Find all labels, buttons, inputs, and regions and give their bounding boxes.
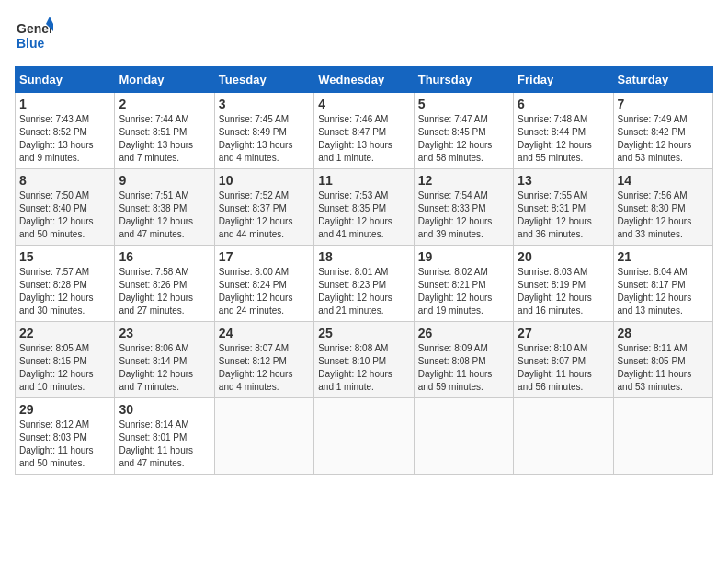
header-wednesday: Wednesday	[314, 67, 414, 93]
day-number: 20	[518, 249, 609, 264]
header-saturday: Saturday	[613, 67, 712, 93]
calendar-cell: 5Sunrise: 7:47 AMSunset: 8:45 PMDaylight…	[414, 93, 513, 169]
day-number: 30	[119, 402, 210, 417]
day-number: 13	[518, 173, 609, 188]
day-info: Sunrise: 8:03 AMSunset: 8:19 PMDaylight:…	[518, 266, 609, 317]
day-number: 14	[618, 173, 709, 188]
day-info: Sunrise: 7:48 AMSunset: 8:44 PMDaylight:…	[518, 113, 609, 165]
calendar-cell: 19Sunrise: 8:02 AMSunset: 8:21 PMDayligh…	[414, 246, 513, 322]
svg-text:Blue: Blue	[17, 36, 45, 51]
day-number: 2	[119, 97, 210, 111]
calendar-cell: 9Sunrise: 7:51 AMSunset: 8:38 PMDaylight…	[115, 169, 214, 246]
day-info: Sunrise: 7:53 AMSunset: 8:35 PMDaylight:…	[318, 190, 409, 241]
calendar-cell: 22Sunrise: 8:05 AMSunset: 8:15 PMDayligh…	[16, 322, 115, 398]
day-info: Sunrise: 7:51 AMSunset: 8:38 PMDaylight:…	[119, 190, 210, 241]
day-number: 17	[219, 249, 310, 264]
day-number: 26	[418, 326, 509, 340]
day-number: 9	[119, 173, 210, 188]
day-info: Sunrise: 8:04 AMSunset: 8:17 PMDaylight:…	[618, 266, 709, 317]
calendar-table: SundayMondayTuesdayWednesdayThursdayFrid…	[15, 66, 713, 475]
calendar-cell: 16Sunrise: 7:58 AMSunset: 8:26 PMDayligh…	[115, 246, 214, 322]
day-number: 24	[219, 326, 310, 340]
header-thursday: Thursday	[414, 67, 513, 93]
day-info: Sunrise: 8:11 AMSunset: 8:05 PMDaylight:…	[618, 342, 709, 394]
calendar-cell: 25Sunrise: 8:08 AMSunset: 8:10 PMDayligh…	[314, 322, 414, 398]
calendar-cell: 18Sunrise: 8:01 AMSunset: 8:23 PMDayligh…	[314, 246, 414, 322]
calendar-cell: 23Sunrise: 8:06 AMSunset: 8:14 PMDayligh…	[115, 322, 214, 398]
day-number: 16	[119, 249, 210, 264]
day-number: 4	[318, 97, 409, 111]
day-info: Sunrise: 8:02 AMSunset: 8:21 PMDaylight:…	[418, 266, 509, 317]
day-info: Sunrise: 8:07 AMSunset: 8:12 PMDaylight:…	[219, 342, 310, 394]
day-number: 19	[418, 249, 509, 264]
day-info: Sunrise: 7:52 AMSunset: 8:37 PMDaylight:…	[219, 190, 310, 241]
day-number: 8	[19, 173, 110, 188]
calendar-cell: 12Sunrise: 7:54 AMSunset: 8:33 PMDayligh…	[414, 169, 513, 246]
calendar-cell	[613, 398, 712, 475]
week-row-3: 15Sunrise: 7:57 AMSunset: 8:28 PMDayligh…	[16, 246, 713, 322]
day-info: Sunrise: 8:10 AMSunset: 8:07 PMDaylight:…	[518, 342, 609, 394]
day-info: Sunrise: 7:58 AMSunset: 8:26 PMDaylight:…	[119, 266, 210, 317]
calendar-cell	[314, 398, 414, 475]
day-number: 23	[119, 326, 210, 340]
calendar-cell: 13Sunrise: 7:55 AMSunset: 8:31 PMDayligh…	[514, 169, 613, 246]
day-info: Sunrise: 8:12 AMSunset: 8:03 PMDaylight:…	[19, 419, 110, 470]
calendar-cell: 29Sunrise: 8:12 AMSunset: 8:03 PMDayligh…	[16, 398, 115, 475]
calendar-cell: 27Sunrise: 8:10 AMSunset: 8:07 PMDayligh…	[514, 322, 613, 398]
calendar-cell: 15Sunrise: 7:57 AMSunset: 8:28 PMDayligh…	[16, 246, 115, 322]
day-number: 27	[518, 326, 609, 340]
calendar-cell: 30Sunrise: 8:14 AMSunset: 8:01 PMDayligh…	[115, 398, 214, 475]
page-header: General Blue	[15, 15, 713, 57]
day-info: Sunrise: 8:00 AMSunset: 8:24 PMDaylight:…	[219, 266, 310, 317]
day-number: 11	[318, 173, 409, 188]
day-number: 10	[219, 173, 310, 188]
day-number: 28	[618, 326, 709, 340]
header-monday: Monday	[115, 67, 214, 93]
week-row-1: 1Sunrise: 7:43 AMSunset: 8:52 PMDaylight…	[16, 93, 713, 169]
day-info: Sunrise: 7:50 AMSunset: 8:40 PMDaylight:…	[19, 190, 110, 241]
day-info: Sunrise: 8:06 AMSunset: 8:14 PMDaylight:…	[119, 342, 210, 394]
calendar-cell: 21Sunrise: 8:04 AMSunset: 8:17 PMDayligh…	[613, 246, 712, 322]
logo: General Blue	[15, 15, 53, 57]
calendar-cell: 1Sunrise: 7:43 AMSunset: 8:52 PMDaylight…	[16, 93, 115, 169]
day-info: Sunrise: 7:56 AMSunset: 8:30 PMDaylight:…	[618, 190, 709, 241]
day-info: Sunrise: 7:45 AMSunset: 8:49 PMDaylight:…	[219, 113, 310, 165]
day-info: Sunrise: 7:44 AMSunset: 8:51 PMDaylight:…	[119, 113, 210, 165]
day-info: Sunrise: 7:46 AMSunset: 8:47 PMDaylight:…	[318, 113, 409, 165]
day-info: Sunrise: 7:57 AMSunset: 8:28 PMDaylight:…	[19, 266, 110, 317]
day-info: Sunrise: 7:43 AMSunset: 8:52 PMDaylight:…	[19, 113, 110, 165]
calendar-cell: 11Sunrise: 7:53 AMSunset: 8:35 PMDayligh…	[314, 169, 414, 246]
logo-icon: General Blue	[15, 15, 53, 53]
week-row-2: 8Sunrise: 7:50 AMSunset: 8:40 PMDaylight…	[16, 169, 713, 246]
day-info: Sunrise: 7:47 AMSunset: 8:45 PMDaylight:…	[418, 113, 509, 165]
day-info: Sunrise: 7:55 AMSunset: 8:31 PMDaylight:…	[518, 190, 609, 241]
calendar-cell: 28Sunrise: 8:11 AMSunset: 8:05 PMDayligh…	[613, 322, 712, 398]
day-info: Sunrise: 8:09 AMSunset: 8:08 PMDaylight:…	[418, 342, 509, 394]
day-number: 1	[19, 97, 110, 111]
day-number: 25	[318, 326, 409, 340]
day-number: 21	[618, 249, 709, 264]
calendar-cell: 7Sunrise: 7:49 AMSunset: 8:42 PMDaylight…	[613, 93, 712, 169]
header-friday: Friday	[514, 67, 613, 93]
svg-marker-2	[46, 17, 53, 24]
calendar-cell: 17Sunrise: 8:00 AMSunset: 8:24 PMDayligh…	[214, 246, 313, 322]
calendar-cell: 3Sunrise: 7:45 AMSunset: 8:49 PMDaylight…	[214, 93, 313, 169]
calendar-cell	[414, 398, 513, 475]
calendar-header-row: SundayMondayTuesdayWednesdayThursdayFrid…	[16, 67, 713, 93]
calendar-cell	[214, 398, 313, 475]
week-row-5: 29Sunrise: 8:12 AMSunset: 8:03 PMDayligh…	[16, 398, 713, 475]
calendar-cell: 10Sunrise: 7:52 AMSunset: 8:37 PMDayligh…	[214, 169, 313, 246]
day-info: Sunrise: 7:54 AMSunset: 8:33 PMDaylight:…	[418, 190, 509, 241]
calendar-cell: 2Sunrise: 7:44 AMSunset: 8:51 PMDaylight…	[115, 93, 214, 169]
day-info: Sunrise: 8:01 AMSunset: 8:23 PMDaylight:…	[318, 266, 409, 317]
day-number: 5	[418, 97, 509, 111]
calendar-cell: 24Sunrise: 8:07 AMSunset: 8:12 PMDayligh…	[214, 322, 313, 398]
calendar-cell: 20Sunrise: 8:03 AMSunset: 8:19 PMDayligh…	[514, 246, 613, 322]
day-info: Sunrise: 8:08 AMSunset: 8:10 PMDaylight:…	[318, 342, 409, 394]
calendar-cell: 14Sunrise: 7:56 AMSunset: 8:30 PMDayligh…	[613, 169, 712, 246]
day-info: Sunrise: 8:14 AMSunset: 8:01 PMDaylight:…	[119, 419, 210, 470]
calendar-cell: 4Sunrise: 7:46 AMSunset: 8:47 PMDaylight…	[314, 93, 414, 169]
day-number: 12	[418, 173, 509, 188]
day-number: 18	[318, 249, 409, 264]
header-sunday: Sunday	[16, 67, 115, 93]
